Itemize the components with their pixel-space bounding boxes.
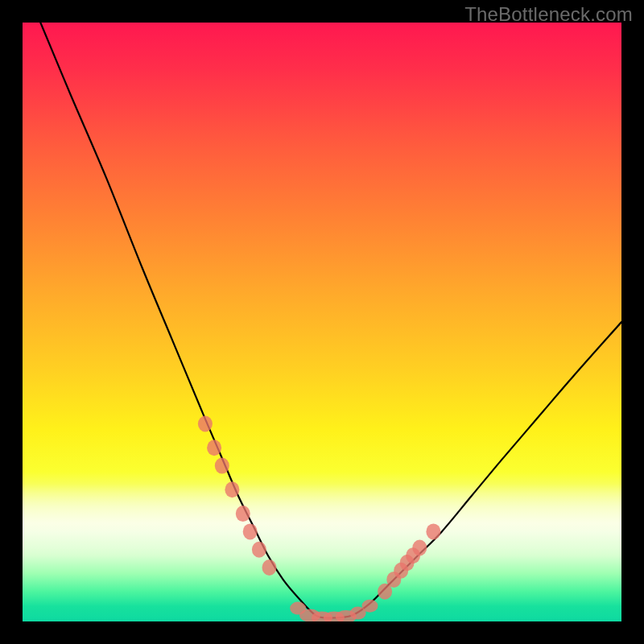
watermark-text: TheBottleneck.com xyxy=(464,3,633,26)
marker-group xyxy=(198,416,441,622)
chart-frame: TheBottleneck.com xyxy=(0,0,644,644)
data-marker xyxy=(215,458,229,474)
data-marker xyxy=(362,600,378,613)
data-marker xyxy=(198,416,213,432)
curve-svg xyxy=(23,23,621,621)
bottleneck-curve xyxy=(40,23,621,618)
data-marker xyxy=(426,523,440,539)
plot-area xyxy=(23,23,621,621)
data-marker xyxy=(225,481,239,497)
data-marker xyxy=(252,542,266,558)
data-marker xyxy=(236,506,250,522)
data-marker xyxy=(243,523,258,539)
data-marker xyxy=(207,440,221,456)
data-marker xyxy=(412,540,427,556)
data-marker xyxy=(262,559,277,576)
